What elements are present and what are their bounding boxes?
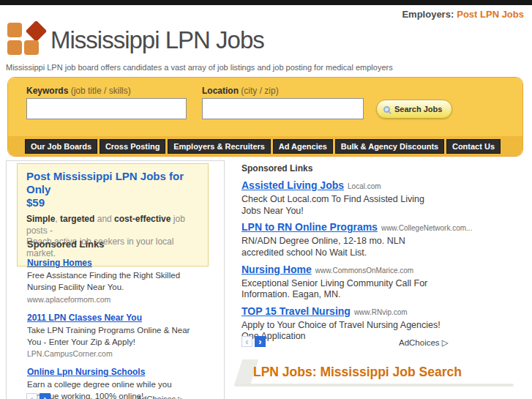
adchoices-label: AdChoices <box>399 338 440 347</box>
nav-item-contact-us[interactable]: Contact Us <box>446 139 501 154</box>
sidebar-sponsored-links-heading: Sponsored Links <box>27 239 104 250</box>
ad-link-lpn-to-rn[interactable]: LPN to RN Online Programs <box>241 221 378 233</box>
site-title[interactable]: Mississippi LPN Jobs <box>50 26 264 54</box>
main-ads: Assisted Living JobsLocal.com Check Out … <box>241 179 520 346</box>
location-hint: (city / zip) <box>239 86 279 96</box>
sidebar-ads: Nursing Homes Free Assistance Finding th… <box>27 256 219 399</box>
ad-description: Free Assistance Finding the Right Skille… <box>27 270 219 294</box>
ad-link-travel-nursing[interactable]: TOP 15 Travel Nursing <box>241 305 351 317</box>
sidebar-adchoices-link[interactable]: AdChoices ▷ <box>137 395 184 399</box>
next-arrow-icon[interactable]: › <box>255 336 266 347</box>
ad-link-nursing-homes[interactable]: Nursing Homes <box>27 258 92 268</box>
main-nav: Our Job Boards Cross Posting Employers &… <box>8 136 522 156</box>
employers-label: Employers: <box>402 9 454 20</box>
location-label: Location (city / zip) <box>202 86 279 96</box>
ad-link-nursing-home[interactable]: Nursing Home <box>241 264 312 275</box>
left-sidebar: Post Mississippi LPN Jobs for Only $59 S… <box>6 160 225 399</box>
search-area: Keywords (job title / skills) Location (… <box>8 78 522 136</box>
ad-domain: www.CommonsOnMarice.com <box>315 266 413 275</box>
search-jobs-button-label: Search Jobs <box>394 105 442 113</box>
promo-box: Post Mississippi LPN Jobs for Only $59 S… <box>17 163 209 266</box>
ad-description: Check Out Local.com To Find Assisted Liv… <box>241 194 520 217</box>
ad-domain: www.CollegeNetwork.com... <box>381 224 472 232</box>
prev-arrow-icon[interactable]: ‹ <box>26 393 37 399</box>
nav-item-employers-recruiters[interactable]: Employers & Recruiters <box>168 139 271 154</box>
logo-square-icon <box>7 23 22 37</box>
location-input[interactable] <box>202 98 364 119</box>
ad-url: www.aplaceformom.com <box>27 295 219 304</box>
ad-description: Earn a college degree online while you c… <box>27 379 219 399</box>
ad-domain: Local.com <box>348 182 381 190</box>
adchoices-icon: ▷ <box>440 338 449 347</box>
logo-square-icon <box>24 40 39 55</box>
ad-description: RN/ADN Degree Online, 12-18 mo. NLN accr… <box>241 236 520 258</box>
nav-item-our-job-boards[interactable]: Our Job Boards <box>25 139 97 154</box>
promo-bold-simple: Simple <box>26 214 55 224</box>
list-item: LPN to RN Online Programswww.CollegeNetw… <box>241 220 520 258</box>
list-item: Nursing Homewww.CommonsOnMarice.com Exce… <box>241 263 520 301</box>
main-sponsored-links-heading: Sponsored Links <box>241 163 312 174</box>
list-item: 2011 LPN Classes Near You Take LPN Train… <box>27 310 219 359</box>
prev-arrow-icon[interactable]: ‹ <box>241 336 252 347</box>
post-lpn-jobs-link[interactable]: Post LPN Jobs <box>457 9 524 20</box>
search-panel: Keywords (job title / skills) Location (… <box>7 77 523 157</box>
search-icon <box>383 106 390 113</box>
sidebar-ad-pager: ‹ › <box>26 393 50 399</box>
site-logo-icon[interactable] <box>6 23 48 56</box>
main-ad-pager: ‹ › <box>241 336 266 347</box>
list-item: Assisted Living JobsLocal.com Check Out … <box>241 179 520 217</box>
heading-underline <box>234 384 514 387</box>
main-adchoices-link[interactable]: AdChoices ▷ <box>399 338 449 348</box>
promo-text: and <box>94 214 114 224</box>
page: Employers:Post LPN Jobs Mississippi LPN … <box>0 0 532 399</box>
ad-description: Exceptional Senior Living Community Call… <box>241 278 520 301</box>
ad-domain: www.RNvip.com <box>354 308 408 316</box>
ad-description: Take LPN Training Programs Online & Near… <box>27 325 219 348</box>
nav-item-bulk-agency-discounts[interactable]: Bulk & Agency Discounts <box>335 139 444 154</box>
ad-link-assisted-living-jobs[interactable]: Assisted Living Jobs <box>241 179 344 191</box>
keywords-label-bold: Keywords <box>26 86 68 96</box>
main-column: Sponsored Links Assisted Living JobsLoca… <box>234 160 527 399</box>
keywords-input[interactable] <box>26 98 187 119</box>
promo-bold-targeted: targeted <box>60 214 94 224</box>
ad-description: Apply to Your Choice of Travel Nursing A… <box>241 320 520 343</box>
logo-diamond-icon <box>26 20 48 42</box>
ad-url: LPN.CampusCorner.com <box>27 349 219 358</box>
location-label-bold: Location <box>202 86 239 96</box>
promo-body: Simple, targeted and cost-effective job … <box>26 214 199 259</box>
promo-title: Post Mississippi LPN Jobs for Only $59 <box>26 170 199 209</box>
keywords-label: Keywords (job title / skills) <box>26 86 131 96</box>
ad-link-lpn-classes[interactable]: 2011 LPN Classes Near You <box>27 313 142 323</box>
page-title: LPN Jobs: Mississippi Job Search <box>253 365 462 380</box>
employers-header: Employers:Post LPN Jobs <box>402 9 524 20</box>
keywords-hint: (job title / skills) <box>68 86 130 96</box>
search-jobs-button[interactable]: Search Jobs <box>376 100 452 119</box>
page-heading-section: LPN Jobs: Mississippi Job Search <box>234 359 516 389</box>
adchoices-label: AdChoices <box>137 395 176 399</box>
list-item: TOP 15 Travel Nursingwww.RNvip.com Apply… <box>241 305 520 343</box>
nav-item-ad-agencies[interactable]: Ad Agencies <box>273 139 333 154</box>
top-black-bar <box>0 0 532 5</box>
list-item: Nursing Homes Free Assistance Finding th… <box>27 256 219 304</box>
ad-link-online-lpn-schools[interactable]: Online Lpn Nursing Schools <box>27 367 145 377</box>
logo-square-icon <box>7 40 22 55</box>
promo-bold-cost-effective: cost-effective <box>114 214 171 224</box>
adchoices-icon: ▷ <box>176 395 184 399</box>
list-item: Online Lpn Nursing Schools Earn a colleg… <box>27 365 219 399</box>
site-tagline: Mississippi LPN job board offers candida… <box>6 63 393 72</box>
nav-item-cross-posting[interactable]: Cross Posting <box>100 139 166 154</box>
next-arrow-icon[interactable]: › <box>40 393 50 399</box>
